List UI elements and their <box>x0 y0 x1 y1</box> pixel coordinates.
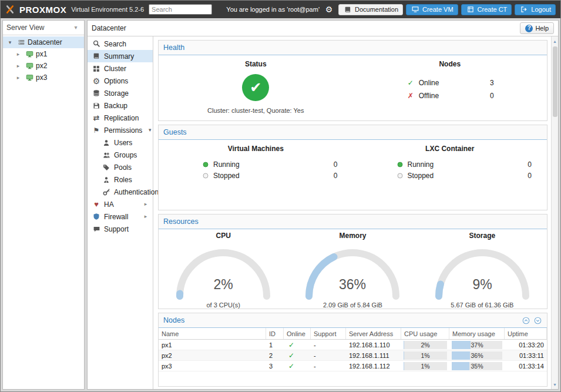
table-header-row: NameIDOnlineSupportServer AddressCPU usa… <box>159 328 547 340</box>
scrollbar-thumb[interactable] <box>553 46 557 117</box>
view-selector-label: Server View <box>6 24 44 32</box>
tree-item-px2[interactable]: ▸px2 <box>3 60 84 72</box>
create-vm-button[interactable]: Create VM <box>406 4 458 15</box>
table-row-px2[interactable]: px22✓-192.168.1.1111%36%01:33:11 <box>159 350 547 361</box>
nav-item-backup[interactable]: Backup <box>88 99 153 112</box>
column-header-cpu-usage[interactable]: CPU usage <box>401 328 449 339</box>
scroll-down-icon[interactable]: ▼ <box>550 380 560 389</box>
table-row-px1[interactable]: px11✓-192.168.1.1102%37%01:33:20 <box>159 340 547 350</box>
node-support-cell: - <box>311 350 346 360</box>
search-icon <box>92 40 101 48</box>
node-address-cell: 192.168.1.110 <box>346 340 401 350</box>
column-header-memory-usage[interactable]: Memory usage <box>449 328 505 339</box>
tree-item-px3[interactable]: ▸px3 <box>3 72 84 83</box>
nav-item-firewall[interactable]: Firewall▸ <box>88 210 153 223</box>
column-header-name[interactable]: Name <box>159 328 266 339</box>
nav-item-label: Support <box>104 225 129 233</box>
nav-item-search[interactable]: Search <box>88 38 153 50</box>
expander-icon[interactable]: ▸ <box>14 75 23 81</box>
column-header-online[interactable]: Online <box>284 328 311 339</box>
backup-icon <box>92 102 101 109</box>
nav-item-pools[interactable]: Pools <box>88 161 153 173</box>
nav-item-storage[interactable]: Storage <box>88 87 153 99</box>
global-search-input[interactable] <box>149 4 212 15</box>
nav-item-roles[interactable]: Roles <box>88 173 153 186</box>
resource-tree: ▾Datacenter▸px1▸px2▸px3 <box>3 35 84 83</box>
guest-row-label: Stopped <box>213 172 240 180</box>
nav-item-users[interactable]: Users <box>88 136 153 149</box>
running-icon <box>395 162 405 167</box>
table-row-px3[interactable]: px33✓-192.168.1.1121%35%01:33:14 <box>159 361 547 371</box>
proxmox-app-window: PROXMOX Virtual Environment 5.2-6 You ar… <box>0 0 561 392</box>
node-online-cell: ✓ <box>284 350 311 360</box>
column-header-server-address[interactable]: Server Address <box>346 328 401 339</box>
nav-item-cluster[interactable]: Cluster <box>88 62 153 75</box>
nav-item-label: Options <box>104 77 128 85</box>
help-button[interactable]: ? Help <box>520 22 554 34</box>
gauge-memory: Memory36%2.09 GiB of 5.84 GiB <box>300 232 405 309</box>
nav-item-permissions[interactable]: ⚑Permissions▾ <box>88 124 153 136</box>
nav-item-options[interactable]: ⚙Options <box>88 75 153 87</box>
node-support-cell: - <box>311 361 346 371</box>
node-memory-cell: 37% <box>449 340 505 350</box>
collapse-up-icon[interactable] <box>521 317 530 324</box>
nav-item-ha[interactable]: ♥HA▸ <box>88 198 153 210</box>
column-header-uptime[interactable]: Uptime <box>505 328 547 339</box>
nav-item-groups[interactable]: Groups <box>88 149 153 161</box>
chevron-down-icon: ▾ <box>71 25 80 31</box>
expander-icon[interactable]: ▸ <box>14 63 23 69</box>
pools-icon <box>102 164 111 171</box>
user-settings-gear-icon[interactable]: ⚙ <box>324 5 334 14</box>
roles-icon <box>102 176 111 183</box>
status-ok-icon: ✔ <box>242 74 269 101</box>
nav-item-label: Firewall <box>104 213 128 221</box>
tree-item-px1[interactable]: ▸px1 <box>3 48 84 60</box>
gear-icon: ⚙ <box>92 77 101 85</box>
svg-text:9%: 9% <box>472 277 492 292</box>
create-ct-button[interactable]: Create CT <box>461 4 512 15</box>
summary-content: Health Status ✔ Cluster: cluster-test, Q… <box>153 36 551 389</box>
node-memory-cell: 35% <box>449 361 505 371</box>
column-header-id[interactable]: ID <box>266 328 284 339</box>
guest-row-stopped: Stopped0 <box>395 170 532 181</box>
gauge-label: Memory <box>339 232 366 240</box>
expander-icon[interactable]: ▾ <box>5 40 15 45</box>
content-scrollbar[interactable]: ▲ ▼ <box>551 36 558 389</box>
expand-down-icon[interactable] <box>533 317 542 324</box>
scroll-up-icon[interactable]: ▲ <box>550 36 560 46</box>
column-header-support[interactable]: Support <box>311 328 346 339</box>
permissions-icon: ⚑ <box>92 127 101 134</box>
help-button-label: Help <box>535 25 549 32</box>
node-cpu-cell: 1% <box>401 361 449 371</box>
tree-item-datacenter[interactable]: ▾Datacenter <box>3 36 84 48</box>
page-title: Datacenter <box>92 24 126 32</box>
gauge-caption: of 3 CPU(s) <box>206 301 240 309</box>
memory-usage-text: 37% <box>452 341 502 349</box>
running-icon <box>201 162 210 167</box>
nav-item-label: Permissions <box>104 126 142 135</box>
nav-item-replication[interactable]: ⇄Replication <box>88 112 153 124</box>
nav-item-summary[interactable]: Summary <box>88 50 153 62</box>
documentation-button[interactable]: Documentation <box>338 4 403 15</box>
top-header-bar: PROXMOX Virtual Environment 5.2-6 You ar… <box>1 1 560 18</box>
guest-group-title: LXC Container <box>353 145 547 153</box>
header-buttons: DocumentationCreate VMCreate CTLogout <box>338 4 556 15</box>
nav-item-support[interactable]: Support <box>88 223 153 235</box>
view-selector-dropdown[interactable]: Server View ▾ <box>3 21 84 35</box>
nav-item-label: Storage <box>104 89 129 98</box>
logout-button[interactable]: Logout <box>515 4 556 15</box>
button-label: Create VM <box>422 6 453 13</box>
storage-icon <box>92 89 101 97</box>
nav-item-authentication[interactable]: Authentication <box>88 186 153 198</box>
cluster-icon <box>92 65 101 72</box>
ha-icon: ♥ <box>92 200 101 208</box>
node-icon <box>25 74 34 82</box>
expander-icon[interactable]: ▸ <box>14 52 23 57</box>
guests-body: Virtual MachinesRunning0Stopped0LXC Cont… <box>159 140 547 210</box>
node-memory-cell: 36% <box>449 350 505 360</box>
replication-icon: ⇄ <box>92 114 101 122</box>
firewall-icon <box>92 213 101 220</box>
gauge-storage: Storage9%5.67 GiB of 61.36 GiB <box>429 232 535 309</box>
status-title: Status <box>245 60 267 68</box>
caret-right-icon: ▸ <box>141 214 150 219</box>
